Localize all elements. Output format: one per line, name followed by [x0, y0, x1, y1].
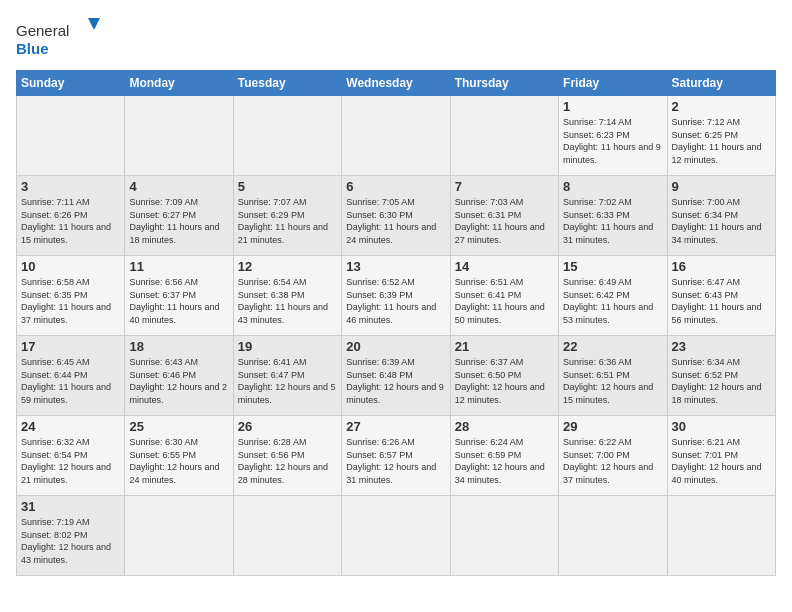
- calendar-cell: 25Sunrise: 6:30 AM Sunset: 6:55 PM Dayli…: [125, 416, 233, 496]
- day-number: 27: [346, 419, 445, 434]
- day-info: Sunrise: 6:39 AM Sunset: 6:48 PM Dayligh…: [346, 356, 445, 406]
- week-row-3: 10Sunrise: 6:58 AM Sunset: 6:35 PM Dayli…: [17, 256, 776, 336]
- calendar-cell: 17Sunrise: 6:45 AM Sunset: 6:44 PM Dayli…: [17, 336, 125, 416]
- calendar-cell: [667, 496, 775, 576]
- day-info: Sunrise: 7:11 AM Sunset: 6:26 PM Dayligh…: [21, 196, 120, 246]
- day-info: Sunrise: 7:05 AM Sunset: 6:30 PM Dayligh…: [346, 196, 445, 246]
- calendar-cell: 26Sunrise: 6:28 AM Sunset: 6:56 PM Dayli…: [233, 416, 341, 496]
- day-info: Sunrise: 6:36 AM Sunset: 6:51 PM Dayligh…: [563, 356, 662, 406]
- day-number: 22: [563, 339, 662, 354]
- svg-text:General: General: [16, 22, 69, 39]
- day-info: Sunrise: 6:22 AM Sunset: 7:00 PM Dayligh…: [563, 436, 662, 486]
- week-row-1: 1Sunrise: 7:14 AM Sunset: 6:23 PM Daylig…: [17, 96, 776, 176]
- day-number: 7: [455, 179, 554, 194]
- calendar-cell: 27Sunrise: 6:26 AM Sunset: 6:57 PM Dayli…: [342, 416, 450, 496]
- calendar-cell: 23Sunrise: 6:34 AM Sunset: 6:52 PM Dayli…: [667, 336, 775, 416]
- calendar-cell: 6Sunrise: 7:05 AM Sunset: 6:30 PM Daylig…: [342, 176, 450, 256]
- calendar-table: SundayMondayTuesdayWednesdayThursdayFrid…: [16, 70, 776, 576]
- day-info: Sunrise: 6:34 AM Sunset: 6:52 PM Dayligh…: [672, 356, 771, 406]
- day-header-monday: Monday: [125, 71, 233, 96]
- calendar-cell: 9Sunrise: 7:00 AM Sunset: 6:34 PM Daylig…: [667, 176, 775, 256]
- calendar-cell: 10Sunrise: 6:58 AM Sunset: 6:35 PM Dayli…: [17, 256, 125, 336]
- day-number: 9: [672, 179, 771, 194]
- day-info: Sunrise: 7:00 AM Sunset: 6:34 PM Dayligh…: [672, 196, 771, 246]
- calendar-cell: 22Sunrise: 6:36 AM Sunset: 6:51 PM Dayli…: [559, 336, 667, 416]
- day-info: Sunrise: 6:52 AM Sunset: 6:39 PM Dayligh…: [346, 276, 445, 326]
- svg-marker-1: [88, 18, 100, 30]
- page-header: General Blue: [16, 16, 776, 60]
- day-number: 4: [129, 179, 228, 194]
- calendar-cell: 11Sunrise: 6:56 AM Sunset: 6:37 PM Dayli…: [125, 256, 233, 336]
- day-info: Sunrise: 6:56 AM Sunset: 6:37 PM Dayligh…: [129, 276, 228, 326]
- day-number: 6: [346, 179, 445, 194]
- calendar-cell: [559, 496, 667, 576]
- calendar-cell: 24Sunrise: 6:32 AM Sunset: 6:54 PM Dayli…: [17, 416, 125, 496]
- calendar-cell: [450, 96, 558, 176]
- calendar-cell: [125, 496, 233, 576]
- calendar-cell: [450, 496, 558, 576]
- day-info: Sunrise: 6:21 AM Sunset: 7:01 PM Dayligh…: [672, 436, 771, 486]
- calendar-cell: 18Sunrise: 6:43 AM Sunset: 6:46 PM Dayli…: [125, 336, 233, 416]
- day-number: 13: [346, 259, 445, 274]
- day-info: Sunrise: 6:54 AM Sunset: 6:38 PM Dayligh…: [238, 276, 337, 326]
- day-number: 3: [21, 179, 120, 194]
- day-number: 24: [21, 419, 120, 434]
- day-number: 10: [21, 259, 120, 274]
- day-number: 26: [238, 419, 337, 434]
- day-info: Sunrise: 7:12 AM Sunset: 6:25 PM Dayligh…: [672, 116, 771, 166]
- day-info: Sunrise: 6:26 AM Sunset: 6:57 PM Dayligh…: [346, 436, 445, 486]
- day-number: 16: [672, 259, 771, 274]
- day-info: Sunrise: 6:45 AM Sunset: 6:44 PM Dayligh…: [21, 356, 120, 406]
- day-info: Sunrise: 6:47 AM Sunset: 6:43 PM Dayligh…: [672, 276, 771, 326]
- generalblue-logo: General Blue: [16, 16, 106, 60]
- day-number: 30: [672, 419, 771, 434]
- calendar-cell: 28Sunrise: 6:24 AM Sunset: 6:59 PM Dayli…: [450, 416, 558, 496]
- calendar-cell: [342, 96, 450, 176]
- day-info: Sunrise: 7:07 AM Sunset: 6:29 PM Dayligh…: [238, 196, 337, 246]
- day-header-saturday: Saturday: [667, 71, 775, 96]
- calendar-cell: 21Sunrise: 6:37 AM Sunset: 6:50 PM Dayli…: [450, 336, 558, 416]
- day-info: Sunrise: 7:02 AM Sunset: 6:33 PM Dayligh…: [563, 196, 662, 246]
- calendar-cell: 5Sunrise: 7:07 AM Sunset: 6:29 PM Daylig…: [233, 176, 341, 256]
- day-number: 1: [563, 99, 662, 114]
- day-number: 17: [21, 339, 120, 354]
- logo: General Blue: [16, 16, 106, 60]
- week-row-6: 31Sunrise: 7:19 AM Sunset: 8:02 PM Dayli…: [17, 496, 776, 576]
- calendar-cell: 14Sunrise: 6:51 AM Sunset: 6:41 PM Dayli…: [450, 256, 558, 336]
- day-number: 21: [455, 339, 554, 354]
- day-number: 2: [672, 99, 771, 114]
- day-info: Sunrise: 6:41 AM Sunset: 6:47 PM Dayligh…: [238, 356, 337, 406]
- calendar-cell: 16Sunrise: 6:47 AM Sunset: 6:43 PM Dayli…: [667, 256, 775, 336]
- day-info: Sunrise: 6:43 AM Sunset: 6:46 PM Dayligh…: [129, 356, 228, 406]
- calendar-cell: 30Sunrise: 6:21 AM Sunset: 7:01 PM Dayli…: [667, 416, 775, 496]
- calendar-cell: [342, 496, 450, 576]
- day-number: 19: [238, 339, 337, 354]
- day-header-sunday: Sunday: [17, 71, 125, 96]
- day-number: 29: [563, 419, 662, 434]
- day-info: Sunrise: 6:49 AM Sunset: 6:42 PM Dayligh…: [563, 276, 662, 326]
- calendar-cell: 7Sunrise: 7:03 AM Sunset: 6:31 PM Daylig…: [450, 176, 558, 256]
- day-number: 14: [455, 259, 554, 274]
- calendar-cell: 31Sunrise: 7:19 AM Sunset: 8:02 PM Dayli…: [17, 496, 125, 576]
- day-number: 12: [238, 259, 337, 274]
- day-number: 18: [129, 339, 228, 354]
- calendar-cell: [233, 96, 341, 176]
- days-header-row: SundayMondayTuesdayWednesdayThursdayFrid…: [17, 71, 776, 96]
- calendar-cell: 20Sunrise: 6:39 AM Sunset: 6:48 PM Dayli…: [342, 336, 450, 416]
- day-number: 31: [21, 499, 120, 514]
- day-info: Sunrise: 6:28 AM Sunset: 6:56 PM Dayligh…: [238, 436, 337, 486]
- week-row-4: 17Sunrise: 6:45 AM Sunset: 6:44 PM Dayli…: [17, 336, 776, 416]
- day-info: Sunrise: 6:58 AM Sunset: 6:35 PM Dayligh…: [21, 276, 120, 326]
- calendar-cell: 1Sunrise: 7:14 AM Sunset: 6:23 PM Daylig…: [559, 96, 667, 176]
- svg-text:Blue: Blue: [16, 40, 49, 57]
- day-info: Sunrise: 6:37 AM Sunset: 6:50 PM Dayligh…: [455, 356, 554, 406]
- calendar-cell: [125, 96, 233, 176]
- day-info: Sunrise: 7:09 AM Sunset: 6:27 PM Dayligh…: [129, 196, 228, 246]
- day-info: Sunrise: 7:03 AM Sunset: 6:31 PM Dayligh…: [455, 196, 554, 246]
- week-row-5: 24Sunrise: 6:32 AM Sunset: 6:54 PM Dayli…: [17, 416, 776, 496]
- calendar-cell: 29Sunrise: 6:22 AM Sunset: 7:00 PM Dayli…: [559, 416, 667, 496]
- day-info: Sunrise: 6:24 AM Sunset: 6:59 PM Dayligh…: [455, 436, 554, 486]
- day-number: 23: [672, 339, 771, 354]
- day-info: Sunrise: 7:19 AM Sunset: 8:02 PM Dayligh…: [21, 516, 120, 566]
- day-info: Sunrise: 7:14 AM Sunset: 6:23 PM Dayligh…: [563, 116, 662, 166]
